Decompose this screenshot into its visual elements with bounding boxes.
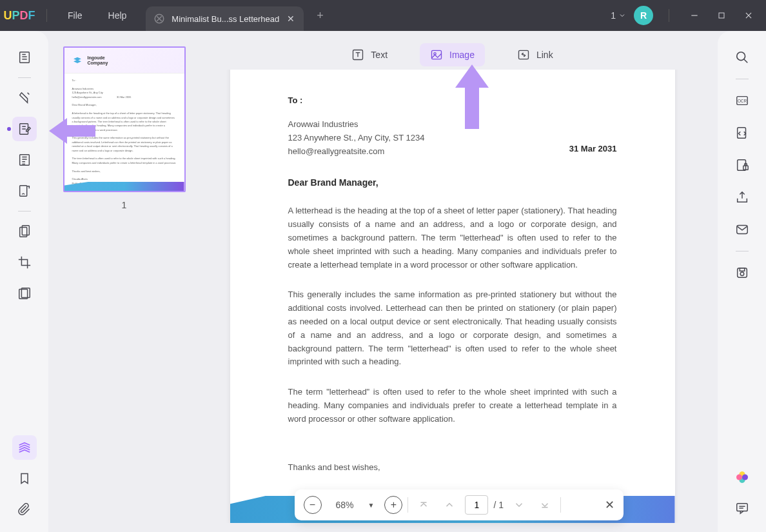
paragraph-1: A letterhead is the heading at the top o… (288, 204, 617, 271)
sidebar-separator (18, 211, 31, 212)
thumb-company-name1: Ingoude (88, 55, 108, 61)
sidebar-separator (18, 77, 31, 78)
zoom-dropdown[interactable]: ▼ (368, 502, 375, 509)
document-tab[interactable]: Minimalist Bu...ss Letterhead ✕ (146, 6, 304, 31)
page-tool[interactable] (12, 219, 37, 244)
help-menu[interactable]: Help (95, 10, 140, 21)
bottom-toolbar: − 68% ▼ + / 1 ✕ (295, 489, 624, 520)
divider (46, 9, 47, 22)
edit-toolbar: Text Image Link (200, 40, 705, 70)
thumbnails-panel[interactable] (12, 435, 37, 460)
active-indicator-dot (7, 127, 11, 131)
titlebar-right: 1 R (611, 6, 766, 25)
link-button-label: Link (536, 50, 553, 60)
reader-tool[interactable] (12, 45, 37, 70)
recipient-street: 123 Anywhere St., Any City, ST 1234 (288, 132, 425, 145)
add-link-button[interactable]: Link (507, 43, 564, 66)
text-button-label: Text (371, 50, 388, 60)
cloud-count-label: 1 (611, 10, 616, 21)
close-window-button[interactable] (739, 6, 758, 25)
workspace: Ingoude Company To :Arowwai Industries12… (0, 31, 766, 532)
recipient-name: Arowwai Industries (288, 118, 425, 132)
page-number-input[interactable] (465, 495, 488, 515)
save-button[interactable] (730, 261, 754, 285)
svg-rect-24 (736, 504, 747, 511)
close-toolbar-button[interactable]: ✕ (605, 498, 614, 512)
protect-button[interactable] (730, 153, 754, 177)
watermark-tool[interactable] (12, 281, 37, 306)
add-image-button[interactable]: Image (420, 43, 485, 66)
thumb-footer (64, 182, 184, 191)
paragraph-3: The term "letterhead" is often used to r… (288, 386, 617, 426)
main-area: Text Image Link To : Arowwai Industries … (200, 31, 718, 532)
left-sidebar (0, 31, 48, 532)
titlebar: UPDF File Help Minimalist Bu...ss Letter… (0, 0, 766, 31)
zoom-in-button[interactable]: + (384, 496, 402, 514)
recipient-address: Arowwai Industries 123 Anywhere St., Any… (288, 118, 425, 158)
comment-panel-button[interactable] (730, 496, 754, 520)
organize-tool[interactable] (12, 148, 37, 172)
page-thumbnail[interactable]: Ingoude Company To :Arowwai Industries12… (63, 46, 186, 192)
next-page-button[interactable] (509, 495, 529, 515)
zoom-out-button[interactable]: − (304, 496, 322, 514)
ocr-button[interactable]: OCR (730, 88, 754, 113)
zoom-value[interactable]: 68% (327, 500, 363, 510)
tab-close-button[interactable]: ✕ (286, 14, 296, 24)
thumb-company-name2: Company (88, 61, 108, 66)
fill-sign-tool[interactable] (12, 179, 37, 203)
minimize-button[interactable] (685, 6, 704, 25)
closing: Thanks and best wishes, (288, 462, 617, 472)
paragraph-2: This generally includes the same informa… (288, 288, 617, 369)
email-button[interactable] (730, 217, 754, 242)
document-page[interactable]: To : Arowwai Industries 123 Anywhere St.… (230, 70, 675, 523)
edit-tool[interactable] (12, 117, 37, 141)
image-button-label: Image (449, 50, 475, 60)
recipient-email: hello@reallygreatsite.com (288, 145, 425, 159)
file-menu[interactable]: File (55, 10, 95, 21)
document-scroll-area[interactable]: To : Arowwai Industries 123 Anywhere St.… (200, 70, 705, 523)
thumbnail-panel: Ingoude Company To :Arowwai Industries12… (48, 31, 200, 532)
comment-tool[interactable] (12, 86, 37, 110)
page-total: / 1 (493, 500, 504, 510)
search-button[interactable] (730, 45, 754, 70)
svg-text:OCR: OCR (737, 99, 747, 103)
divider (669, 9, 669, 22)
user-avatar[interactable]: R (634, 6, 653, 25)
app-logo: UPDF (0, 9, 39, 23)
doc-to-label: To : (288, 95, 617, 105)
document-tab-icon (153, 13, 165, 25)
sidebar-bottom-group (12, 435, 37, 522)
maximize-button[interactable] (712, 6, 731, 25)
share-button[interactable] (730, 185, 754, 210)
svg-point-14 (736, 52, 745, 61)
attachments-panel[interactable] (12, 497, 37, 522)
bookmarks-panel[interactable] (12, 466, 37, 491)
right-sidebar: OCR (718, 31, 766, 532)
svg-point-22 (740, 272, 744, 276)
cloud-count[interactable]: 1 (611, 10, 626, 21)
tab-title: Minimalist Bu...ss Letterhead (172, 14, 279, 24)
sidebar-separator (736, 79, 749, 79)
thumb-body-preview: To :Arowwai Industries123 Anywhere St., … (64, 74, 184, 191)
prev-page-button[interactable] (439, 495, 460, 515)
thumbnail-page-number: 1 (122, 200, 127, 210)
svg-rect-2 (19, 52, 29, 63)
bar-separator (560, 497, 561, 513)
last-page-button[interactable] (535, 495, 555, 515)
salutation: Dear Brand Manager, (288, 177, 617, 188)
convert-button[interactable] (730, 121, 754, 145)
ai-assistant-button[interactable] (730, 465, 754, 489)
svg-rect-1 (719, 13, 724, 18)
sidebar-separator (736, 251, 749, 251)
add-text-button[interactable]: Text (341, 43, 398, 66)
svg-rect-23 (740, 268, 744, 271)
svg-rect-5 (19, 186, 26, 197)
letter-date: 31 Mar 2031 (569, 144, 617, 153)
thumb-company-logo (72, 55, 83, 66)
crop-tool[interactable] (12, 250, 37, 275)
right-bottom-group (730, 465, 754, 520)
new-tab-button[interactable]: + (317, 9, 324, 23)
bar-separator (408, 497, 408, 513)
first-page-button[interactable] (413, 495, 434, 515)
